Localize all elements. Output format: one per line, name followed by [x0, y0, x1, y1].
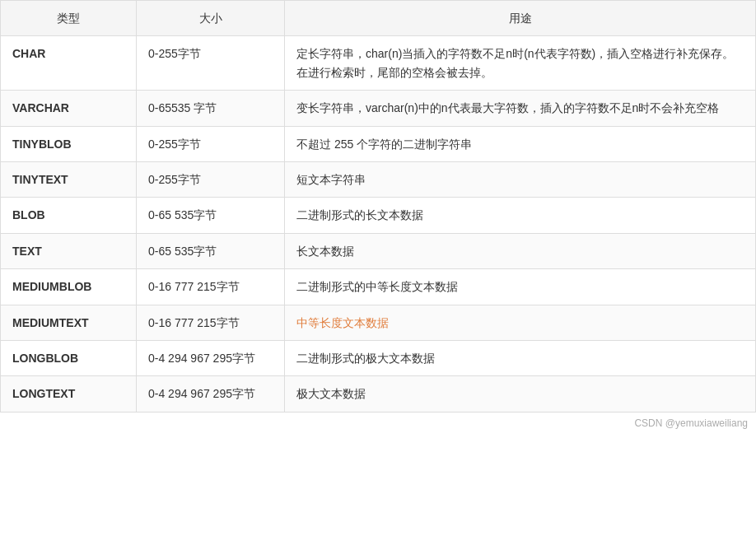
cell-desc: 定长字符串，char(n)当插入的字符数不足n时(n代表字符数)，插入空格进行补… — [285, 36, 756, 91]
cell-type: LONGTEXT — [1, 376, 137, 412]
header-type: 类型 — [1, 1, 137, 36]
table-row: LONGTEXT0-4 294 967 295字节极大文本数据 — [1, 376, 756, 412]
cell-size: 0-255字节 — [137, 161, 285, 197]
cell-desc: 二进制形式的极大文本数据 — [285, 340, 756, 375]
table-row: CHAR0-255字节定长字符串，char(n)当插入的字符数不足n时(n代表字… — [1, 36, 756, 91]
cell-type: TEXT — [1, 233, 137, 268]
table-header-row: 类型 大小 用途 — [1, 1, 756, 36]
table-row: BLOB0-65 535字节二进制形式的长文本数据 — [1, 198, 756, 233]
cell-desc: 二进制形式的中等长度文本数据 — [285, 269, 756, 305]
cell-type: LONGBLOB — [1, 340, 137, 375]
cell-size: 0-16 777 215字节 — [137, 305, 285, 340]
cell-type: MEDIUMBLOB — [1, 269, 137, 305]
cell-type: TINYBLOB — [1, 126, 137, 161]
cell-size: 0-65535 字节 — [137, 91, 285, 126]
header-desc: 用途 — [285, 1, 756, 36]
watermark: CSDN @yemuxiaweiliang — [0, 412, 756, 434]
cell-size: 0-4 294 967 295字节 — [137, 340, 285, 375]
cell-size: 0-16 777 215字节 — [137, 269, 285, 305]
cell-size: 0-255字节 — [137, 36, 285, 91]
table-row: VARCHAR0-65535 字节变长字符串，varchar(n)中的n代表最大… — [1, 91, 756, 126]
cell-size: 0-65 535字节 — [137, 198, 285, 233]
cell-desc: 二进制形式的长文本数据 — [285, 198, 756, 233]
table-row: MEDIUMBLOB0-16 777 215字节二进制形式的中等长度文本数据 — [1, 269, 756, 305]
table-row: TEXT0-65 535字节长文本数据 — [1, 233, 756, 268]
cell-desc: 中等长度文本数据 — [285, 305, 756, 340]
cell-type: BLOB — [1, 198, 137, 233]
cell-desc: 变长字符串，varchar(n)中的n代表最大字符数，插入的字符数不足n时不会补… — [285, 91, 756, 126]
cell-type: TINYTEXT — [1, 161, 137, 197]
cell-desc: 极大文本数据 — [285, 376, 756, 412]
table-row: MEDIUMTEXT0-16 777 215字节中等长度文本数据 — [1, 305, 756, 340]
cell-type: CHAR — [1, 36, 137, 91]
table-row: TINYBLOB0-255字节不超过 255 个字符的二进制字符串 — [1, 126, 756, 161]
cell-desc: 不超过 255 个字符的二进制字符串 — [285, 126, 756, 161]
cell-type: VARCHAR — [1, 91, 137, 126]
table-row: TINYTEXT0-255字节短文本字符串 — [1, 161, 756, 197]
cell-size: 0-255字节 — [137, 126, 285, 161]
cell-desc: 短文本字符串 — [285, 161, 756, 197]
cell-size: 0-4 294 967 295字节 — [137, 376, 285, 412]
header-size: 大小 — [137, 1, 285, 36]
cell-type: MEDIUMTEXT — [1, 305, 137, 340]
cell-size: 0-65 535字节 — [137, 233, 285, 268]
table-row: LONGBLOB0-4 294 967 295字节二进制形式的极大文本数据 — [1, 340, 756, 375]
cell-desc: 长文本数据 — [285, 233, 756, 268]
